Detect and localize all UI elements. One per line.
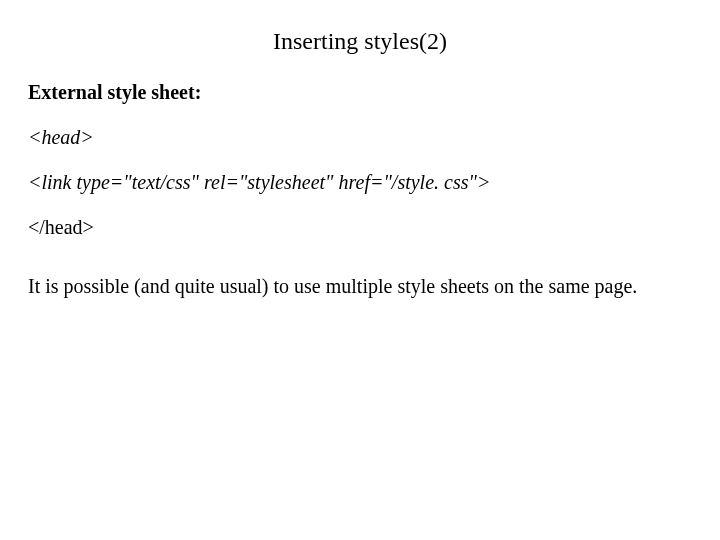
body-paragraph: It is possible (and quite usual) to use … xyxy=(28,273,692,299)
section-subheading: External style sheet: xyxy=(28,81,692,104)
page-title: Inserting styles(2) xyxy=(28,28,692,55)
code-line-head-open: <head> xyxy=(28,126,692,149)
code-line-link: <link type="text/css" rel="stylesheet" h… xyxy=(28,171,692,194)
code-line-head-close: </head> xyxy=(28,216,692,239)
